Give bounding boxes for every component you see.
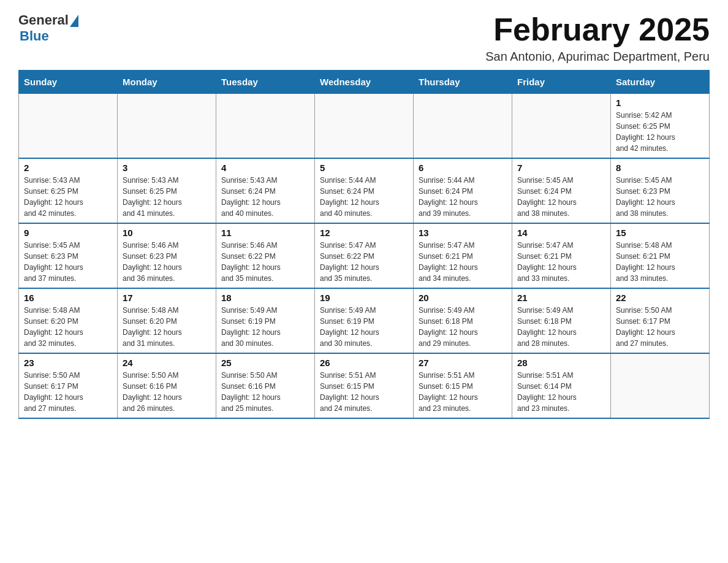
calendar-cell: 23Sunrise: 5:50 AMSunset: 6:17 PMDayligh…: [19, 353, 118, 418]
calendar-week-row: 2Sunrise: 5:43 AMSunset: 6:25 PMDaylight…: [19, 158, 710, 223]
calendar-cell: 9Sunrise: 5:45 AMSunset: 6:23 PMDaylight…: [19, 223, 118, 288]
calendar-cell: 13Sunrise: 5:47 AMSunset: 6:21 PMDayligh…: [414, 223, 512, 288]
calendar-cell: 22Sunrise: 5:50 AMSunset: 6:17 PMDayligh…: [611, 288, 710, 353]
logo-triangle-icon: [70, 15, 78, 27]
calendar-cell: 28Sunrise: 5:51 AMSunset: 6:14 PMDayligh…: [512, 353, 611, 418]
calendar-cell: 21Sunrise: 5:49 AMSunset: 6:18 PMDayligh…: [512, 288, 611, 353]
calendar-cell: 1Sunrise: 5:42 AMSunset: 6:25 PMDaylight…: [611, 94, 710, 159]
calendar-cell: [611, 353, 710, 418]
weekday-header-thursday: Thursday: [414, 71, 512, 94]
calendar-week-row: 16Sunrise: 5:48 AMSunset: 6:20 PMDayligh…: [19, 288, 710, 353]
day-info: Sunrise: 5:50 AMSunset: 6:16 PMDaylight:…: [221, 370, 309, 414]
calendar-cell: [118, 94, 216, 159]
day-info: Sunrise: 5:50 AMSunset: 6:17 PMDaylight:…: [616, 305, 704, 349]
day-info: Sunrise: 5:45 AMSunset: 6:24 PMDaylight:…: [517, 175, 605, 219]
day-number: 18: [221, 293, 309, 303]
day-info: Sunrise: 5:47 AMSunset: 6:21 PMDaylight:…: [419, 240, 507, 284]
calendar-cell: 14Sunrise: 5:47 AMSunset: 6:21 PMDayligh…: [512, 223, 611, 288]
day-info: Sunrise: 5:47 AMSunset: 6:22 PMDaylight:…: [320, 240, 408, 284]
calendar-week-row: 23Sunrise: 5:50 AMSunset: 6:17 PMDayligh…: [19, 353, 710, 418]
day-number: 16: [24, 293, 112, 303]
day-info: Sunrise: 5:49 AMSunset: 6:19 PMDaylight:…: [320, 305, 408, 349]
day-number: 14: [517, 228, 605, 238]
day-info: Sunrise: 5:50 AMSunset: 6:17 PMDaylight:…: [24, 370, 112, 414]
calendar-cell: 12Sunrise: 5:47 AMSunset: 6:22 PMDayligh…: [315, 223, 414, 288]
calendar-cell: 4Sunrise: 5:43 AMSunset: 6:24 PMDaylight…: [216, 158, 315, 223]
logo: General Blue: [18, 12, 78, 44]
weekday-header-saturday: Saturday: [611, 71, 710, 94]
day-number: 21: [517, 293, 605, 303]
calendar-cell: 15Sunrise: 5:48 AMSunset: 6:21 PMDayligh…: [611, 223, 710, 288]
day-number: 1: [616, 98, 704, 108]
title-section: February 2025 San Antonio, Apurimac Depa…: [485, 12, 710, 64]
day-info: Sunrise: 5:50 AMSunset: 6:16 PMDaylight:…: [123, 370, 211, 414]
day-info: Sunrise: 5:43 AMSunset: 6:25 PMDaylight:…: [123, 175, 211, 219]
day-info: Sunrise: 5:48 AMSunset: 6:20 PMDaylight:…: [123, 305, 211, 349]
weekday-header-wednesday: Wednesday: [315, 71, 414, 94]
day-info: Sunrise: 5:42 AMSunset: 6:25 PMDaylight:…: [616, 110, 704, 154]
weekday-header-friday: Friday: [512, 71, 611, 94]
day-number: 20: [419, 293, 507, 303]
calendar-cell: 20Sunrise: 5:49 AMSunset: 6:18 PMDayligh…: [414, 288, 512, 353]
day-info: Sunrise: 5:44 AMSunset: 6:24 PMDaylight:…: [419, 175, 507, 219]
day-number: 23: [24, 358, 112, 368]
location-text: San Antonio, Apurimac Department, Peru: [485, 50, 710, 64]
day-number: 9: [24, 228, 112, 238]
calendar-week-row: 9Sunrise: 5:45 AMSunset: 6:23 PMDaylight…: [19, 223, 710, 288]
day-number: 11: [221, 228, 309, 238]
day-info: Sunrise: 5:48 AMSunset: 6:20 PMDaylight:…: [24, 305, 112, 349]
day-number: 12: [320, 228, 408, 238]
calendar-cell: 6Sunrise: 5:44 AMSunset: 6:24 PMDaylight…: [414, 158, 512, 223]
calendar-cell: [19, 94, 118, 159]
weekday-header-monday: Monday: [118, 71, 216, 94]
day-info: Sunrise: 5:48 AMSunset: 6:21 PMDaylight:…: [616, 240, 704, 284]
logo-general-text: General: [18, 12, 69, 28]
logo-blue-text: Blue: [20, 28, 49, 44]
day-info: Sunrise: 5:43 AMSunset: 6:25 PMDaylight:…: [24, 175, 112, 219]
day-number: 22: [616, 293, 704, 303]
day-info: Sunrise: 5:47 AMSunset: 6:21 PMDaylight:…: [517, 240, 605, 284]
day-info: Sunrise: 5:49 AMSunset: 6:18 PMDaylight:…: [517, 305, 605, 349]
day-number: 28: [517, 358, 605, 368]
day-number: 6: [419, 163, 507, 173]
calendar-cell: 8Sunrise: 5:45 AMSunset: 6:23 PMDaylight…: [611, 158, 710, 223]
calendar-cell: 5Sunrise: 5:44 AMSunset: 6:24 PMDaylight…: [315, 158, 414, 223]
day-number: 15: [616, 228, 704, 238]
calendar-header: SundayMondayTuesdayWednesdayThursdayFrid…: [19, 71, 710, 94]
calendar-cell: [512, 94, 611, 159]
weekday-header-sunday: Sunday: [19, 71, 118, 94]
calendar-cell: 26Sunrise: 5:51 AMSunset: 6:15 PMDayligh…: [315, 353, 414, 418]
day-info: Sunrise: 5:49 AMSunset: 6:19 PMDaylight:…: [221, 305, 309, 349]
day-number: 8: [616, 163, 704, 173]
day-number: 5: [320, 163, 408, 173]
day-number: 26: [320, 358, 408, 368]
calendar-cell: 27Sunrise: 5:51 AMSunset: 6:15 PMDayligh…: [414, 353, 512, 418]
day-info: Sunrise: 5:51 AMSunset: 6:15 PMDaylight:…: [419, 370, 507, 414]
day-number: 25: [221, 358, 309, 368]
page-header: General Blue February 2025 San Antonio, …: [18, 12, 710, 64]
day-info: Sunrise: 5:51 AMSunset: 6:14 PMDaylight:…: [517, 370, 605, 414]
calendar-cell: 3Sunrise: 5:43 AMSunset: 6:25 PMDaylight…: [118, 158, 216, 223]
calendar-cell: 17Sunrise: 5:48 AMSunset: 6:20 PMDayligh…: [118, 288, 216, 353]
day-info: Sunrise: 5:46 AMSunset: 6:22 PMDaylight:…: [221, 240, 309, 284]
month-title: February 2025: [485, 12, 710, 47]
calendar-cell: 19Sunrise: 5:49 AMSunset: 6:19 PMDayligh…: [315, 288, 414, 353]
day-number: 2: [24, 163, 112, 173]
calendar-cell: 11Sunrise: 5:46 AMSunset: 6:22 PMDayligh…: [216, 223, 315, 288]
calendar-cell: 7Sunrise: 5:45 AMSunset: 6:24 PMDaylight…: [512, 158, 611, 223]
day-number: 24: [123, 358, 211, 368]
weekday-header-row: SundayMondayTuesdayWednesdayThursdayFrid…: [19, 71, 710, 94]
calendar-table: SundayMondayTuesdayWednesdayThursdayFrid…: [18, 70, 710, 419]
day-number: 13: [419, 228, 507, 238]
calendar-body: 1Sunrise: 5:42 AMSunset: 6:25 PMDaylight…: [19, 94, 710, 419]
day-info: Sunrise: 5:43 AMSunset: 6:24 PMDaylight:…: [221, 175, 309, 219]
day-number: 19: [320, 293, 408, 303]
day-info: Sunrise: 5:44 AMSunset: 6:24 PMDaylight:…: [320, 175, 408, 219]
day-info: Sunrise: 5:45 AMSunset: 6:23 PMDaylight:…: [24, 240, 112, 284]
calendar-cell: 10Sunrise: 5:46 AMSunset: 6:23 PMDayligh…: [118, 223, 216, 288]
day-info: Sunrise: 5:51 AMSunset: 6:15 PMDaylight:…: [320, 370, 408, 414]
calendar-cell: [315, 94, 414, 159]
day-info: Sunrise: 5:49 AMSunset: 6:18 PMDaylight:…: [419, 305, 507, 349]
calendar-week-row: 1Sunrise: 5:42 AMSunset: 6:25 PMDaylight…: [19, 94, 710, 159]
day-number: 27: [419, 358, 507, 368]
